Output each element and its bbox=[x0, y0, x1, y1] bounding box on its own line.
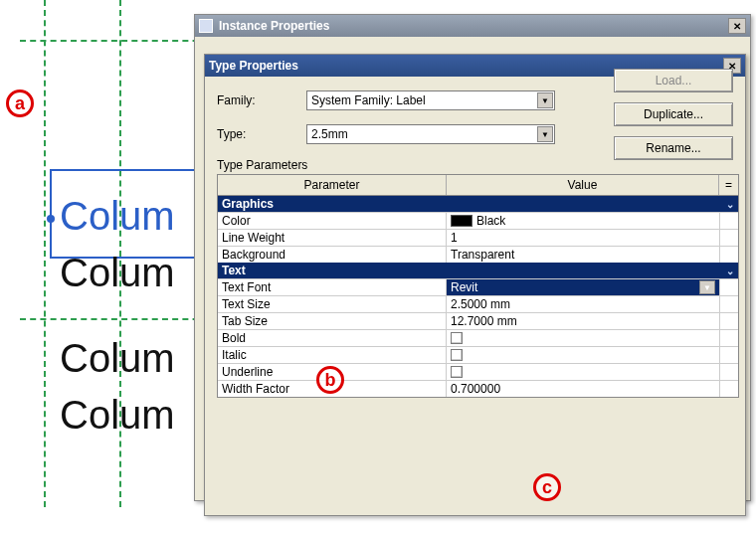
row-textsize[interactable]: Text Size 2.5000 mm bbox=[218, 295, 738, 312]
col-value[interactable]: Value bbox=[447, 175, 719, 195]
gridline-horizontal bbox=[20, 318, 219, 320]
gridline-vertical bbox=[44, 0, 46, 507]
selection-handle[interactable] bbox=[47, 215, 55, 223]
type-label: Type: bbox=[217, 127, 306, 141]
group-graphics[interactable]: Graphics⌄ bbox=[218, 196, 738, 212]
type-parameters-label: Type Parameters bbox=[217, 158, 745, 172]
label-preview: Colum bbox=[60, 336, 175, 381]
color-swatch bbox=[451, 215, 472, 227]
family-combo[interactable]: System Family: Label ▼ bbox=[306, 90, 555, 110]
parameters-table: Parameter Value = Graphics⌄ Color Black … bbox=[217, 174, 739, 398]
row-widthfactor[interactable]: Width Factor 0.700000 bbox=[218, 380, 738, 397]
row-textfont[interactable]: Text Font Revit▼ bbox=[218, 278, 738, 295]
chevron-down-icon[interactable]: ▼ bbox=[699, 280, 715, 294]
label-preview: Colum bbox=[60, 393, 175, 438]
row-lineweight[interactable]: Line Weight 1 bbox=[218, 229, 738, 246]
gridline-horizontal bbox=[20, 40, 219, 42]
annotation-marker-b: b bbox=[316, 366, 344, 394]
collapse-icon[interactable]: ⌄ bbox=[726, 266, 734, 276]
window-icon bbox=[199, 19, 213, 33]
window-title: Type Properties bbox=[209, 59, 298, 73]
instance-properties-titlebar[interactable]: Instance Properties ✕ bbox=[195, 15, 750, 37]
window-title: Instance Properties bbox=[219, 19, 329, 33]
row-underline[interactable]: Underline bbox=[218, 363, 738, 380]
checkbox[interactable] bbox=[451, 332, 463, 344]
rename-button[interactable]: Rename... bbox=[614, 136, 733, 160]
col-ext[interactable]: = bbox=[719, 175, 738, 195]
table-header: Parameter Value = bbox=[218, 175, 738, 196]
row-background[interactable]: Background Transparent bbox=[218, 246, 738, 263]
label-preview: Colum bbox=[60, 251, 175, 295]
type-value: 2.5mm bbox=[311, 127, 348, 141]
checkbox[interactable] bbox=[451, 349, 463, 361]
annotation-marker-c: c bbox=[533, 473, 561, 501]
family-label: Family: bbox=[217, 93, 306, 107]
group-text[interactable]: Text⌄ bbox=[218, 263, 738, 278]
family-value: System Family: Label bbox=[311, 93, 426, 107]
collapse-icon[interactable]: ⌄ bbox=[726, 199, 734, 210]
checkbox[interactable] bbox=[451, 366, 463, 378]
row-tabsize[interactable]: Tab Size 12.7000 mm bbox=[218, 312, 738, 329]
label-preview-selected[interactable]: Colum bbox=[60, 194, 175, 239]
chevron-down-icon[interactable]: ▼ bbox=[537, 92, 553, 108]
type-combo[interactable]: 2.5mm ▼ bbox=[306, 124, 555, 144]
col-parameter[interactable]: Parameter bbox=[218, 175, 447, 195]
chevron-down-icon[interactable]: ▼ bbox=[537, 126, 553, 142]
row-bold[interactable]: Bold bbox=[218, 329, 738, 346]
row-italic[interactable]: Italic bbox=[218, 346, 738, 363]
type-properties-window: Type Properties ✕ Family: System Family:… bbox=[204, 54, 746, 516]
close-icon[interactable]: ✕ bbox=[728, 18, 746, 34]
load-button: Load... bbox=[614, 69, 733, 92]
duplicate-button[interactable]: Duplicate... bbox=[614, 102, 733, 126]
row-color[interactable]: Color Black bbox=[218, 212, 738, 229]
annotation-marker-a: a bbox=[6, 89, 34, 117]
